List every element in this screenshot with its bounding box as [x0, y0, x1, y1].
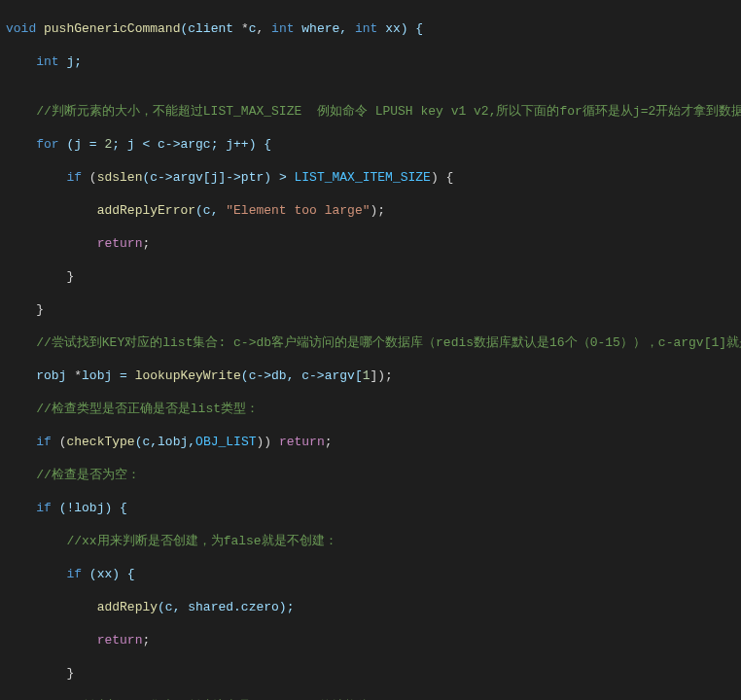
code-line: //xx用来判断是否创建，为false就是不创建：	[6, 533, 741, 549]
code-line: //检查类型是否正确是否是list类型：	[6, 401, 741, 417]
macro: OBJ_LIST	[195, 435, 256, 449]
code-line: for (j = 2; j < c->argc; j++) {	[6, 136, 741, 153]
comment: //检查是否为空：	[36, 468, 140, 482]
indent	[6, 170, 66, 185]
keyword-int: int	[355, 21, 377, 36]
code-line: addReply(c, shared.czero);	[6, 599, 741, 615]
expr: (c->db, c->argv[	[241, 368, 363, 383]
indent	[6, 501, 36, 515]
code-line: }	[6, 665, 741, 682]
indent	[6, 468, 36, 482]
op: ]);	[370, 368, 393, 383]
code-line: }	[6, 301, 741, 318]
expr: ; j < c->argc; j++) {	[112, 137, 271, 152]
indent	[6, 600, 97, 614]
indent	[6, 137, 36, 152]
code-line: if (!lobj) {	[6, 500, 741, 516]
op: ))	[257, 435, 279, 449]
op: *	[241, 21, 249, 36]
code-line: if (xx) {	[6, 566, 741, 582]
op: ;	[325, 435, 333, 449]
keyword-return: return	[279, 435, 325, 449]
code-line: //尝试找到KEY对应的list集合: c->db客户端访问的是哪个数据库（re…	[6, 334, 741, 351]
indent	[6, 335, 36, 350]
op: (	[52, 435, 67, 449]
code-line: return;	[6, 632, 741, 648]
op: (	[82, 170, 97, 185]
number: 1	[363, 368, 370, 383]
param: where,	[295, 21, 355, 36]
code-line: addReplyError(c, "Element too large");	[6, 202, 741, 219]
code-line: if (sdslen(c->argv[j]->ptr) > LIST_MAX_I…	[6, 169, 741, 186]
indent	[6, 633, 97, 648]
keyword-void: void	[6, 21, 36, 36]
op: ;	[142, 236, 150, 251]
code-line: //判断元素的大小，不能超过LIST_MAX_SIZE 例如命令 LPUSH k…	[6, 103, 741, 120]
expr: (c->argv[j]->ptr) >	[142, 170, 294, 185]
code-editor[interactable]: void pushGenericCommand(client *c, int w…	[0, 0, 741, 700]
keyword-if: if	[36, 501, 52, 515]
brace: }	[6, 666, 74, 681]
indent	[6, 567, 66, 581]
brace: }	[6, 269, 74, 284]
expr: (j =	[59, 137, 105, 152]
op: ;	[142, 633, 150, 648]
indent	[6, 402, 36, 416]
var: lobj =	[82, 368, 135, 383]
func-name: pushGenericCommand	[36, 21, 180, 36]
keyword-return: return	[97, 236, 143, 251]
func-call: addReply	[97, 600, 158, 614]
code-line: //检查是否为空：	[6, 467, 741, 483]
indent	[6, 534, 66, 548]
expr: (c, shared.czero);	[158, 600, 294, 614]
param: (client	[180, 21, 240, 36]
func-call: checkType	[66, 435, 134, 449]
op: *	[74, 368, 82, 383]
keyword-for: for	[36, 137, 58, 152]
code-line: }	[6, 268, 741, 285]
comment: //检查类型是否正确是否是list类型：	[36, 402, 259, 416]
code-line: return;	[6, 235, 741, 252]
op: );	[370, 203, 386, 218]
code-line: void pushGenericCommand(client *c, int w…	[6, 20, 741, 37]
param: xx) {	[377, 21, 423, 36]
macro: LIST_MAX_ITEM_SIZE	[294, 170, 430, 185]
keyword-int: int	[36, 54, 58, 69]
func-call: addReplyError	[97, 203, 195, 218]
code-line: robj *lobj = lookupKeyWrite(c->db, c->ar…	[6, 368, 741, 384]
code-line: if (checkType(c,lobj,OBJ_LIST)) return;	[6, 434, 741, 450]
comment: //判断元素的大小，不能超过LIST_MAX_SIZE 例如命令 LPUSH k…	[36, 104, 741, 119]
keyword-if: if	[66, 170, 82, 185]
expr: (!lobj) {	[52, 501, 127, 515]
comment: //xx用来判断是否创建，为false就是不创建：	[66, 534, 336, 548]
indent	[6, 435, 36, 449]
op: ) {	[431, 170, 453, 185]
expr: (c,lobj,	[135, 435, 195, 449]
code-line: int j;	[6, 53, 741, 70]
indent	[6, 104, 36, 119]
expr: (xx) {	[82, 567, 135, 581]
brace: }	[6, 302, 44, 317]
string: "Element too large"	[226, 203, 370, 218]
func-call: sdslen	[97, 170, 143, 185]
indent	[6, 203, 97, 218]
indent	[6, 54, 36, 69]
op: ,	[257, 21, 272, 36]
comment: //尝试找到KEY对应的list集合: c->db客户端访问的是哪个数据库（re…	[36, 335, 741, 350]
indent	[6, 236, 97, 251]
func-call: lookupKeyWrite	[135, 368, 241, 383]
type: robj	[6, 368, 74, 383]
keyword-return: return	[97, 633, 143, 648]
var: j;	[59, 54, 82, 69]
keyword-if: if	[66, 567, 82, 581]
keyword-if: if	[36, 435, 52, 449]
param: c	[249, 21, 257, 36]
keyword-int: int	[271, 21, 294, 36]
expr: (c,	[195, 203, 226, 218]
